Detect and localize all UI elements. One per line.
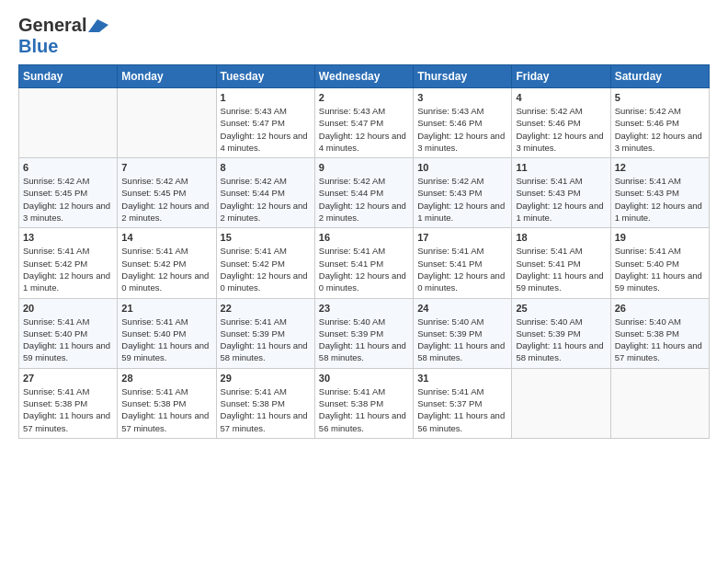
day-number: 10 — [417, 162, 507, 173]
day-number: 11 — [516, 162, 606, 173]
day-number: 24 — [417, 303, 507, 314]
calendar-cell: 23Sunrise: 5:40 AM Sunset: 5:39 PM Dayli… — [314, 298, 413, 368]
day-info: Sunrise: 5:40 AM Sunset: 5:39 PM Dayligh… — [516, 316, 606, 364]
day-info: Sunrise: 5:41 AM Sunset: 5:38 PM Dayligh… — [121, 385, 211, 434]
logo-bird-icon — [88, 19, 108, 32]
calendar-week-4: 20Sunrise: 5:41 AM Sunset: 5:40 PM Dayli… — [19, 298, 710, 368]
day-number: 16 — [319, 232, 409, 243]
logo: General Blue — [18, 15, 108, 57]
day-number: 9 — [319, 162, 409, 173]
day-info: Sunrise: 5:43 AM Sunset: 5:47 PM Dayligh… — [319, 105, 409, 154]
day-number: 17 — [417, 232, 507, 243]
calendar-cell: 9Sunrise: 5:42 AM Sunset: 5:44 PM Daylig… — [314, 158, 413, 228]
svg-marker-0 — [88, 19, 108, 32]
day-info: Sunrise: 5:41 AM Sunset: 5:41 PM Dayligh… — [516, 245, 606, 293]
day-info: Sunrise: 5:42 AM Sunset: 5:45 PM Dayligh… — [121, 175, 211, 224]
day-info: Sunrise: 5:41 AM Sunset: 5:38 PM Dayligh… — [221, 385, 311, 434]
calendar-cell: 26Sunrise: 5:40 AM Sunset: 5:38 PM Dayli… — [610, 298, 709, 368]
calendar-cell: 31Sunrise: 5:41 AM Sunset: 5:37 PM Dayli… — [414, 368, 512, 438]
day-info: Sunrise: 5:41 AM Sunset: 5:42 PM Dayligh… — [23, 245, 113, 293]
logo-general: General — [18, 15, 86, 36]
day-info: Sunrise: 5:41 AM Sunset: 5:40 PM Dayligh… — [121, 316, 211, 364]
day-header-wednesday: Wednesday — [314, 65, 413, 88]
calendar-cell — [118, 88, 216, 158]
day-info: Sunrise: 5:43 AM Sunset: 5:47 PM Dayligh… — [221, 105, 311, 154]
day-info: Sunrise: 5:41 AM Sunset: 5:40 PM Dayligh… — [615, 245, 705, 293]
day-info: Sunrise: 5:42 AM Sunset: 5:45 PM Dayligh… — [23, 175, 113, 224]
day-info: Sunrise: 5:41 AM Sunset: 5:38 PM Dayligh… — [23, 385, 113, 434]
day-number: 18 — [516, 232, 606, 243]
calendar-cell: 1Sunrise: 5:43 AM Sunset: 5:47 PM Daylig… — [216, 88, 314, 158]
calendar-week-5: 27Sunrise: 5:41 AM Sunset: 5:38 PM Dayli… — [19, 368, 710, 438]
calendar-cell: 6Sunrise: 5:42 AM Sunset: 5:45 PM Daylig… — [19, 158, 118, 228]
calendar-cell: 27Sunrise: 5:41 AM Sunset: 5:38 PM Dayli… — [19, 368, 118, 438]
calendar-cell: 24Sunrise: 5:40 AM Sunset: 5:39 PM Dayli… — [414, 298, 512, 368]
day-header-friday: Friday — [512, 65, 610, 88]
calendar-cell: 19Sunrise: 5:41 AM Sunset: 5:40 PM Dayli… — [610, 228, 709, 298]
day-info: Sunrise: 5:41 AM Sunset: 5:40 PM Dayligh… — [23, 316, 113, 364]
day-number: 5 — [615, 92, 705, 103]
calendar-cell: 2Sunrise: 5:43 AM Sunset: 5:47 PM Daylig… — [314, 88, 413, 158]
calendar-cell: 12Sunrise: 5:41 AM Sunset: 5:43 PM Dayli… — [610, 158, 709, 228]
calendar-cell: 15Sunrise: 5:41 AM Sunset: 5:42 PM Dayli… — [216, 228, 314, 298]
day-number: 1 — [221, 92, 311, 103]
day-info: Sunrise: 5:41 AM Sunset: 5:37 PM Dayligh… — [417, 385, 507, 434]
day-number: 8 — [221, 162, 311, 173]
day-header-saturday: Saturday — [610, 65, 709, 88]
day-header-thursday: Thursday — [414, 65, 512, 88]
day-number: 14 — [121, 232, 211, 243]
calendar-cell: 22Sunrise: 5:41 AM Sunset: 5:39 PM Dayli… — [216, 298, 314, 368]
calendar-cell — [19, 88, 118, 158]
day-header-sunday: Sunday — [19, 65, 118, 88]
day-number: 2 — [319, 92, 409, 103]
calendar-week-2: 6Sunrise: 5:42 AM Sunset: 5:45 PM Daylig… — [19, 158, 710, 228]
calendar-cell: 14Sunrise: 5:41 AM Sunset: 5:42 PM Dayli… — [118, 228, 216, 298]
day-info: Sunrise: 5:40 AM Sunset: 5:38 PM Dayligh… — [615, 316, 705, 364]
day-number: 27 — [23, 373, 113, 384]
logo-blue: Blue — [18, 36, 58, 56]
day-info: Sunrise: 5:41 AM Sunset: 5:41 PM Dayligh… — [319, 245, 409, 293]
day-info: Sunrise: 5:42 AM Sunset: 5:46 PM Dayligh… — [615, 105, 705, 154]
calendar-cell: 11Sunrise: 5:41 AM Sunset: 5:43 PM Dayli… — [512, 158, 610, 228]
day-number: 6 — [23, 162, 113, 173]
day-info: Sunrise: 5:43 AM Sunset: 5:46 PM Dayligh… — [417, 105, 507, 154]
day-info: Sunrise: 5:42 AM Sunset: 5:43 PM Dayligh… — [417, 175, 507, 224]
calendar-cell: 4Sunrise: 5:42 AM Sunset: 5:46 PM Daylig… — [512, 88, 610, 158]
day-info: Sunrise: 5:40 AM Sunset: 5:39 PM Dayligh… — [319, 316, 409, 364]
calendar-cell: 25Sunrise: 5:40 AM Sunset: 5:39 PM Dayli… — [512, 298, 610, 368]
day-info: Sunrise: 5:42 AM Sunset: 5:44 PM Dayligh… — [319, 175, 409, 224]
day-number: 21 — [121, 303, 211, 314]
day-number: 3 — [417, 92, 507, 103]
calendar-cell: 5Sunrise: 5:42 AM Sunset: 5:46 PM Daylig… — [610, 88, 709, 158]
calendar-cell: 10Sunrise: 5:42 AM Sunset: 5:43 PM Dayli… — [414, 158, 512, 228]
day-info: Sunrise: 5:42 AM Sunset: 5:44 PM Dayligh… — [221, 175, 311, 224]
day-number: 7 — [121, 162, 211, 173]
day-number: 30 — [319, 373, 409, 384]
day-info: Sunrise: 5:42 AM Sunset: 5:46 PM Dayligh… — [516, 105, 606, 154]
page-header: General Blue — [18, 15, 710, 57]
day-number: 12 — [615, 162, 705, 173]
calendar-week-3: 13Sunrise: 5:41 AM Sunset: 5:42 PM Dayli… — [19, 228, 710, 298]
calendar-cell: 18Sunrise: 5:41 AM Sunset: 5:41 PM Dayli… — [512, 228, 610, 298]
calendar-cell: 30Sunrise: 5:41 AM Sunset: 5:38 PM Dayli… — [314, 368, 413, 438]
calendar-cell: 20Sunrise: 5:41 AM Sunset: 5:40 PM Dayli… — [19, 298, 118, 368]
calendar-cell: 28Sunrise: 5:41 AM Sunset: 5:38 PM Dayli… — [118, 368, 216, 438]
calendar-cell — [610, 368, 709, 438]
day-info: Sunrise: 5:41 AM Sunset: 5:41 PM Dayligh… — [417, 245, 507, 293]
day-info: Sunrise: 5:41 AM Sunset: 5:42 PM Dayligh… — [121, 245, 211, 293]
day-number: 28 — [121, 373, 211, 384]
day-number: 23 — [319, 303, 409, 314]
day-number: 20 — [23, 303, 113, 314]
day-number: 26 — [615, 303, 705, 314]
day-number: 31 — [417, 373, 507, 384]
calendar-cell: 8Sunrise: 5:42 AM Sunset: 5:44 PM Daylig… — [216, 158, 314, 228]
day-number: 29 — [221, 373, 311, 384]
calendar-cell: 16Sunrise: 5:41 AM Sunset: 5:41 PM Dayli… — [314, 228, 413, 298]
day-number: 22 — [221, 303, 311, 314]
calendar-cell — [512, 368, 610, 438]
day-number: 19 — [615, 232, 705, 243]
day-info: Sunrise: 5:41 AM Sunset: 5:43 PM Dayligh… — [516, 175, 606, 224]
day-info: Sunrise: 5:41 AM Sunset: 5:38 PM Dayligh… — [319, 385, 409, 434]
day-number: 25 — [516, 303, 606, 314]
calendar-cell: 17Sunrise: 5:41 AM Sunset: 5:41 PM Dayli… — [414, 228, 512, 298]
